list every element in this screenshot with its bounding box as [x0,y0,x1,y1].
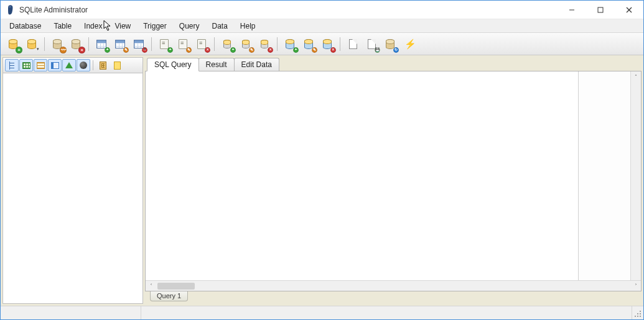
note-icon [114,62,121,70]
new-table-button[interactable]: + [93,35,110,53]
svg-rect-10 [640,316,641,317]
new-index-button[interactable]: + [218,35,236,53]
edit-table-button[interactable]: ✎ [111,35,129,53]
save-sql-button[interactable]: 💾 [363,35,380,53]
svg-rect-8 [635,316,636,317]
app-icon [6,5,16,15]
edit-index-button[interactable]: ✎ [237,35,254,53]
edit-view-button[interactable]: ✎ [300,35,317,53]
minimize-button[interactable] [558,1,586,19]
trigger-icon [65,62,73,68]
menu-database[interactable]: Database [3,21,47,32]
tab-edit-data[interactable]: Edit Data [234,58,279,71]
scroll-left-icon[interactable]: ˂ [146,281,156,291]
window-title: SQLite Administrator [19,6,88,14]
main-toolbar: + 〰 × + ✎ × + ✎ × + ✎ × + ✎ × 💾 ↻ [1,33,643,55]
form-view-button[interactable] [48,59,62,71]
resize-grip[interactable] [632,306,643,319]
body-area: SQL Query Result Edit Data ˄ ˂ ˃ [1,55,643,306]
left-panel [2,57,143,304]
scroll-thumb[interactable] [157,283,195,290]
form-icon [51,62,59,69]
maximize-button[interactable] [586,1,615,19]
drop-index-button[interactable]: × [256,35,273,53]
refresh-button[interactable]: ↻ [381,35,399,53]
menu-view[interactable]: View [108,21,137,32]
right-panel: SQL Query Result Edit Data ˄ ˂ ˃ [145,57,642,304]
editor-side-panel: ˄ [579,71,641,280]
close-database-button[interactable]: × [67,35,85,53]
svg-rect-7 [640,313,641,314]
building-icon [100,62,106,70]
new-view-button[interactable]: + [281,35,299,53]
menubar: Database Table Index View Trigger Query … [1,19,643,33]
svg-rect-2 [598,7,603,12]
rows-view-button[interactable] [34,59,47,71]
notes-view-button[interactable] [110,59,124,71]
open-database-button[interactable] [23,35,40,53]
vertical-scrollbar[interactable]: ˄ [630,71,641,280]
system-icon [80,62,87,69]
triggers-view-button[interactable] [62,59,76,71]
scroll-up-icon[interactable]: ˄ [631,71,641,82]
status-cell-1 [1,306,141,319]
edit-query-button[interactable]: ✎ [174,35,192,53]
system-view-button[interactable] [77,59,90,71]
drop-view-button[interactable]: × [319,35,336,53]
tab-sql-query[interactable]: SQL Query [147,58,199,71]
attach-database-button[interactable]: 〰 [49,35,66,53]
svg-rect-9 [637,316,638,317]
menu-data[interactable]: Data [205,21,233,32]
tab-query-1[interactable]: Query 1 [150,291,188,301]
svg-point-0 [9,6,11,7]
menu-table[interactable]: Table [47,21,78,32]
tab-result[interactable]: Result [198,58,235,71]
new-query-button[interactable]: + [156,35,173,53]
object-tree[interactable] [2,73,143,304]
titlebar: SQLite Administrator [1,1,643,19]
horizontal-scrollbar[interactable]: ˂ ˃ [146,280,641,291]
editor-container: ˄ ˂ ˃ [145,71,642,291]
menu-query[interactable]: Query [173,21,206,32]
statusbar [1,306,643,319]
rows-icon [37,62,45,69]
menu-trigger[interactable]: Trigger [137,21,173,32]
menu-help[interactable]: Help [234,21,262,32]
svg-rect-5 [640,311,641,312]
scroll-right-icon[interactable]: ˃ [630,281,641,291]
grid-icon [22,62,30,69]
sql-editor[interactable] [146,71,579,280]
tree-icon [8,62,16,70]
close-button[interactable] [615,1,643,19]
export-button[interactable] [344,35,362,53]
grid-view-button[interactable] [19,59,33,71]
objects-view-button[interactable] [96,59,110,71]
drop-query-button[interactable]: × [193,35,210,53]
execute-button[interactable] [400,35,418,53]
top-tabstrip: SQL Query Result Edit Data [145,57,642,71]
menu-index[interactable]: Index [78,21,108,32]
new-database-button[interactable]: + [4,35,22,53]
tree-view-button[interactable] [5,59,19,71]
status-cell-2 [141,306,632,319]
svg-rect-6 [637,313,638,314]
bottom-tabstrip: Query 1 [145,291,642,304]
drop-table-button[interactable]: × [130,35,147,53]
side-toolbar [2,57,143,73]
